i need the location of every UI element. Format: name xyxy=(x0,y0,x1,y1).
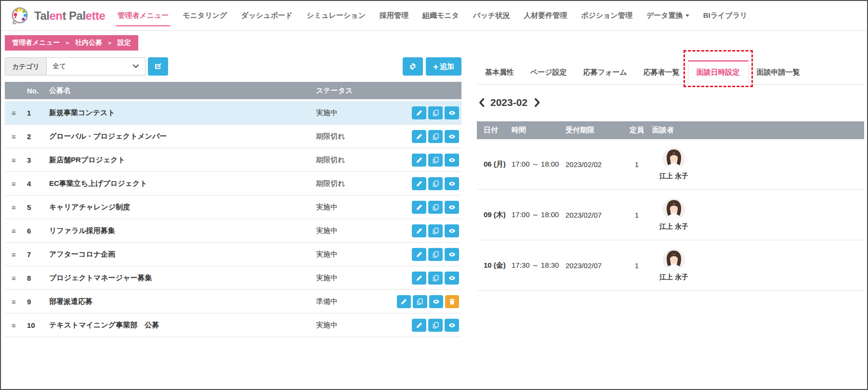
view-button[interactable] xyxy=(445,130,459,143)
edit-button[interactable] xyxy=(412,319,426,332)
nav-item-requirements[interactable]: 人材要件管理 xyxy=(524,11,567,20)
tab-application-form[interactable]: 応募フォーム xyxy=(575,61,635,84)
status-label: 実施中 xyxy=(316,203,397,212)
copy-button[interactable] xyxy=(428,272,443,285)
posting-name: グローバル・プロジェクトメンバー xyxy=(49,132,316,141)
schedule-deadline: 2023/02/07 xyxy=(566,261,621,270)
table-row[interactable]: ≡ 6 リファラル採用募集 実施中 xyxy=(5,219,461,243)
edit-button[interactable] xyxy=(412,272,426,285)
schedule-row[interactable]: 06 (月) 17:00 ～ 18:00 2023/02/02 1 江上 永子 xyxy=(477,139,864,190)
nav-item-monitoring[interactable]: モニタリング xyxy=(183,11,227,20)
row-number: 5 xyxy=(27,203,49,211)
brand-logo[interactable]: Talent Palette xyxy=(10,6,105,26)
edit-button[interactable] xyxy=(412,106,426,119)
drag-handle-icon[interactable]: ≡ xyxy=(5,156,27,164)
nav-item-position-mgmt[interactable]: ポジション管理 xyxy=(581,11,632,20)
add-posting-button[interactable]: + 追加 xyxy=(426,57,461,76)
table-row[interactable]: ≡ 2 グローバル・プロジェクトメンバー 期限切れ xyxy=(5,125,461,148)
edit-button[interactable] xyxy=(412,154,426,167)
settings-button[interactable] xyxy=(403,57,423,76)
nav-item-org-monitor[interactable]: 組織モニタ xyxy=(422,11,459,20)
pencil-icon xyxy=(416,251,423,258)
table-row[interactable]: ≡ 4 EC事業立ち上げプロジェクト 期限切れ xyxy=(5,172,461,195)
copy-button[interactable] xyxy=(428,201,443,214)
breadcrumb-item-admin-menu[interactable]: 管理者メニュー xyxy=(12,39,60,46)
view-button[interactable] xyxy=(445,248,459,261)
drag-handle-icon[interactable]: ≡ xyxy=(5,109,27,117)
next-month-button[interactable] xyxy=(532,98,540,107)
pencil-icon xyxy=(416,156,423,164)
table-row[interactable]: ≡ 10 テキストマイニング事業部 公募 実施中 xyxy=(5,313,461,337)
tab-applicant-list[interactable]: 応募者一覧 xyxy=(635,61,688,84)
edit-button[interactable] xyxy=(397,295,411,308)
view-button[interactable] xyxy=(429,295,443,308)
interviewer-name: 江上 永子 xyxy=(659,273,688,282)
drag-handle-icon[interactable]: ≡ xyxy=(5,298,27,306)
nav-item-simulation[interactable]: シミュレーション xyxy=(307,11,366,20)
status-label: 実施中 xyxy=(316,321,397,330)
copy-button[interactable] xyxy=(428,106,443,119)
view-button[interactable] xyxy=(445,154,459,167)
drag-handle-icon[interactable]: ≡ xyxy=(5,274,27,282)
tab-page-settings[interactable]: ページ設定 xyxy=(522,61,575,84)
drag-handle-icon[interactable]: ≡ xyxy=(5,132,27,141)
copy-button[interactable] xyxy=(428,154,443,167)
drag-handle-icon[interactable]: ≡ xyxy=(5,180,27,188)
copy-button[interactable] xyxy=(428,130,443,143)
previous-month-button[interactable] xyxy=(478,98,486,107)
edit-button[interactable] xyxy=(412,201,426,214)
drag-handle-icon[interactable]: ≡ xyxy=(5,321,27,329)
drag-handle-icon[interactable]: ≡ xyxy=(5,227,27,235)
schedule-deadline: 2023/02/07 xyxy=(566,211,621,219)
table-row[interactable]: ≡ 9 部署派遣応募 準備中 xyxy=(5,290,461,313)
view-button[interactable] xyxy=(445,177,459,190)
eye-icon xyxy=(433,298,440,305)
copy-button[interactable] xyxy=(428,224,443,237)
copy-button[interactable] xyxy=(428,177,443,190)
drag-handle-icon[interactable]: ≡ xyxy=(5,250,27,259)
breadcrumb-item-internal-posting[interactable]: 社内公募 xyxy=(75,39,102,46)
view-button[interactable] xyxy=(445,272,459,285)
nav-item-admin-menu[interactable]: 管理者メニュー xyxy=(118,11,169,20)
view-button[interactable] xyxy=(445,201,459,214)
nav-item-data-replace[interactable]: データ置換 xyxy=(646,11,689,20)
table-row[interactable]: ≡ 7 アフターコロナ企画 実施中 xyxy=(5,243,461,266)
interviewer-name: 江上 永子 xyxy=(659,222,688,231)
nav-item-bi-library[interactable]: BIライブラリ xyxy=(703,11,748,20)
tab-basic-attributes[interactable]: 基本属性 xyxy=(477,61,522,84)
breadcrumb-item-settings[interactable]: 設定 xyxy=(118,39,131,46)
nav-item-dashboard[interactable]: ダッシュボード xyxy=(241,11,292,20)
tab-interview-request-list[interactable]: 面談申請一覧 xyxy=(749,61,808,84)
copy-button[interactable] xyxy=(428,319,443,332)
drag-handle-icon[interactable]: ≡ xyxy=(5,203,27,211)
schedule-date: 06 (月) xyxy=(484,160,512,169)
gear-icon xyxy=(409,63,417,70)
delete-button[interactable] xyxy=(445,295,459,308)
schedule-row[interactable]: 09 (木) 17:00 ～ 18:00 2023/02/07 1 江上 永子 xyxy=(477,190,864,240)
table-row[interactable]: ≡ 8 プロジェクトマネージャー募集 実施中 xyxy=(5,266,461,290)
table-row[interactable]: ≡ 3 新店舗PRプロジェクト 期限切れ xyxy=(5,148,461,172)
edit-button[interactable] xyxy=(412,177,426,190)
nav-item-batch-status[interactable]: バッチ状況 xyxy=(473,11,510,20)
edit-categories-button[interactable] xyxy=(148,57,168,76)
schedule-row[interactable]: 10 (金) 17:30 ～ 18:30 2023/02/07 1 江上 永子 xyxy=(477,240,864,291)
month-navigator: 2023-02 xyxy=(478,97,864,108)
view-button[interactable] xyxy=(445,106,459,119)
app-window: Talent Palette 管理者メニュー モニタリング ダッシュボード シミ… xyxy=(0,0,868,390)
edit-button[interactable] xyxy=(412,130,426,143)
table-row[interactable]: ≡ 1 新規事業コンテスト 実施中 xyxy=(5,101,461,125)
view-button[interactable] xyxy=(445,224,459,237)
eye-icon xyxy=(448,133,456,140)
eye-icon xyxy=(448,109,456,117)
table-row[interactable]: ≡ 5 キャリアチャレンジ制度 実施中 xyxy=(5,195,461,219)
view-button[interactable] xyxy=(445,319,459,332)
edit-button[interactable] xyxy=(412,248,426,261)
edit-button[interactable] xyxy=(412,224,426,237)
nav-item-recruitment[interactable]: 採用管理 xyxy=(380,11,408,20)
tab-interview-schedule-settings[interactable]: 面談日時設定 xyxy=(688,60,749,85)
copy-button[interactable] xyxy=(413,295,427,308)
status-label: 期限切れ xyxy=(316,156,397,165)
copy-button[interactable] xyxy=(428,248,443,261)
interview-settings-panel: 基本属性 ページ設定 応募フォーム 応募者一覧 面談日時設定 面談申請一覧 20… xyxy=(477,54,867,291)
category-select[interactable]: 全て xyxy=(46,57,145,76)
